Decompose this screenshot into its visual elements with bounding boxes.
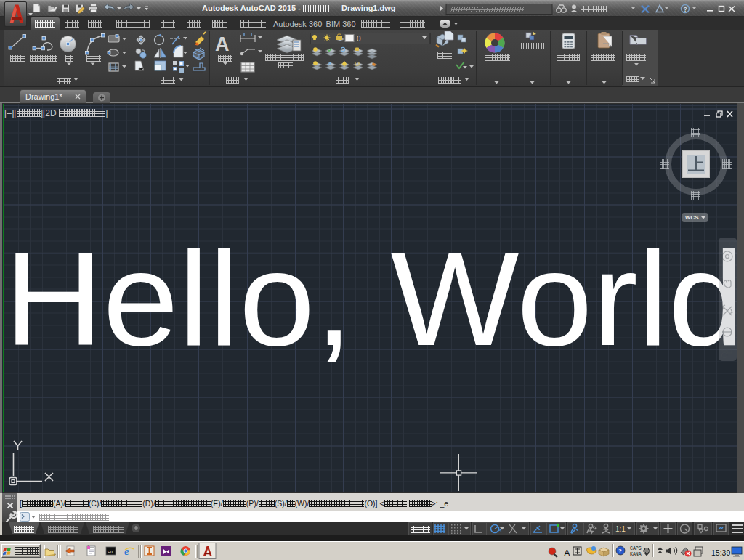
svg-text:A: A [564,548,570,559]
svg-text:CAPS: CAPS [630,546,642,551]
svg-text:KANA: KANA [630,552,642,557]
svg-text:?: ? [684,6,688,13]
svg-text:?: ? [618,548,622,555]
svg-text:Hello, World: Hello, World [4,224,738,373]
svg-text:0: 0 [357,35,361,43]
svg-text:e: e [124,545,129,557]
svg-text:cn: cn [108,549,113,554]
svg-text:1:1: 1:1 [615,525,626,533]
svg-text:A: A [215,33,230,55]
svg-text:15:39: 15:39 [711,548,730,557]
